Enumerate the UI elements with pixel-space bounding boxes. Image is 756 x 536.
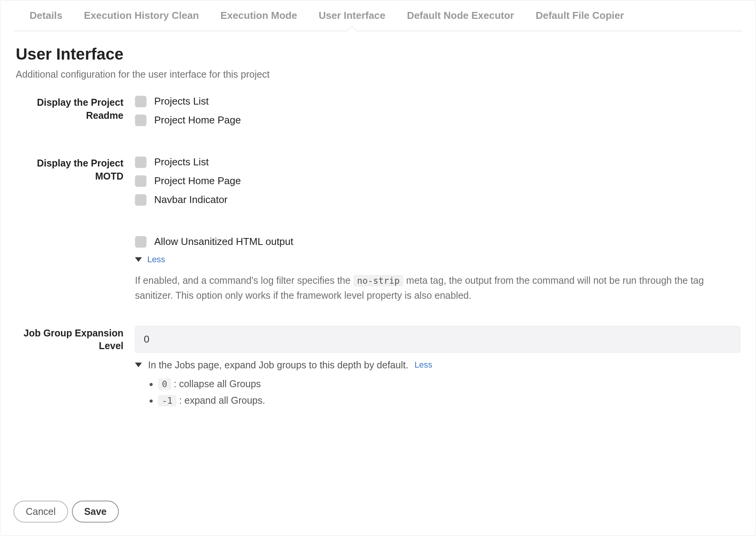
help-text-unsanitized: If enabled, and a command's log filter s…: [135, 273, 712, 303]
less-link[interactable]: Less: [147, 255, 165, 265]
page-subtitle: Additional configuration for the user in…: [16, 69, 740, 80]
checkbox-readme-projects-list[interactable]: [135, 96, 147, 107]
code-no-strip: no-strip: [353, 275, 404, 286]
list-item: 0 : collapse all Groups: [158, 378, 740, 390]
checkbox-motd-project-home[interactable]: [135, 175, 147, 187]
list-item: -1 : expand all Groups.: [158, 395, 740, 406]
less-link[interactable]: Less: [415, 360, 432, 370]
row-unsanitized: Allow Unsanitized HTML output Less If en…: [16, 236, 740, 303]
tab-execution-mode[interactable]: Execution Mode: [220, 7, 297, 31]
code-value: 0: [158, 378, 171, 390]
tab-user-interface[interactable]: User Interface: [319, 7, 385, 31]
caret-down-icon: [135, 363, 142, 367]
input-job-group-expansion-level[interactable]: [135, 326, 740, 353]
checkbox-allow-unsanitized-html[interactable]: [135, 236, 147, 248]
row-project-motd: Display the Project MOTD Projects List P…: [16, 156, 740, 213]
value-desc: : expand all Groups.: [179, 395, 265, 406]
checkbox-label: Allow Unsanitized HTML output: [154, 236, 293, 248]
label-project-motd: Display the Project MOTD: [16, 156, 135, 183]
tab-execution-history-clean[interactable]: Execution History Clean: [84, 7, 199, 31]
caret-down-icon: [135, 257, 142, 262]
page-title: User Interface: [16, 45, 740, 63]
checkbox-motd-projects-list[interactable]: [135, 156, 147, 168]
footer-buttons: Cancel Save: [13, 501, 119, 523]
checkbox-label: Projects List: [154, 95, 209, 107]
checkbox-label: Navbar Indicator: [154, 194, 228, 206]
value-desc: : collapse all Groups: [174, 378, 261, 389]
label-job-group-expansion: Job Group Expansion Level: [16, 326, 135, 353]
checkbox-label: Projects List: [154, 156, 209, 168]
row-project-readme: Display the Project Readme Projects List…: [16, 95, 740, 133]
code-value: -1: [158, 395, 177, 406]
tab-default-node-executor[interactable]: Default Node Executor: [407, 7, 514, 31]
toggle-unsanitized-help[interactable]: Less: [135, 255, 740, 265]
row-job-group-expansion: Job Group Expansion Level In the Jobs pa…: [16, 326, 740, 411]
checkbox-label: Project Home Page: [154, 175, 241, 187]
tab-default-file-copier[interactable]: Default File Copier: [536, 7, 624, 31]
tabs-bar: Details Execution History Clean Executio…: [14, 0, 742, 31]
label-project-readme: Display the Project Readme: [16, 95, 135, 122]
label-unsanitized: [16, 236, 135, 236]
checkbox-readme-project-home[interactable]: [135, 115, 147, 126]
help-pre: If enabled, and a command's log filter s…: [135, 275, 353, 286]
checkbox-label: Project Home Page: [154, 114, 241, 126]
checkbox-motd-navbar-indicator[interactable]: [135, 194, 147, 206]
save-button[interactable]: Save: [72, 501, 119, 523]
value-list: 0 : collapse all Groups -1 : expand all …: [158, 378, 740, 406]
hint-text: In the Jobs page, expand Job groups to t…: [148, 360, 408, 371]
cancel-button[interactable]: Cancel: [13, 501, 68, 523]
tab-details[interactable]: Details: [30, 7, 62, 31]
